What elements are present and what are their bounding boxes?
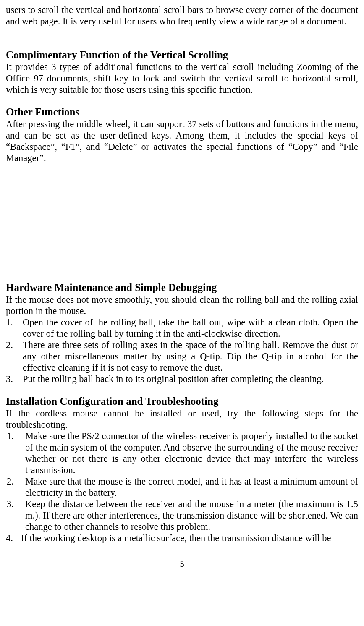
list-hardware-maintenance: 1. Open the cover of the rolling ball, t…	[6, 317, 358, 385]
list-item: 4. If the working desktop is a metallic …	[6, 532, 358, 544]
list-number: 2.	[6, 476, 25, 498]
list-content: Make sure the PS/2 connector of the wire…	[25, 430, 358, 476]
list-content: Make sure that the mouse is the correct …	[25, 476, 358, 498]
list-content: There are three sets of rolling axes in …	[23, 339, 358, 373]
heading-complimentary: Complimentary Function of the Vertical S…	[6, 49, 358, 61]
list-number: 2.	[6, 339, 23, 373]
list-number: 1.	[6, 430, 25, 476]
heading-hardware-maintenance: Hardware Maintenance and Simple Debuggin…	[6, 281, 358, 294]
heading-other-functions: Other Functions	[6, 106, 358, 118]
list-content: If the working desktop is a metallic sur…	[21, 532, 358, 544]
intro-paragraph: users to scroll the vertical and horizon…	[6, 4, 358, 27]
list-item: 3. Keep the distance between the receive…	[6, 498, 358, 532]
list-number: 3.	[6, 498, 25, 532]
list-number: 1.	[6, 317, 23, 339]
paragraph-installation-config: If the cordless mouse cannot be installe…	[6, 408, 358, 430]
list-number: 3.	[6, 373, 23, 385]
list-item: 1. Make sure the PS/2 connector of the w…	[6, 430, 358, 476]
paragraph-complimentary: It provides 3 types of additional functi…	[6, 61, 358, 95]
list-installation-config: 1. Make sure the PS/2 connector of the w…	[6, 430, 358, 532]
list-item: 2. Make sure that the mouse is the corre…	[6, 476, 358, 498]
list-item: 2. There are three sets of rolling axes …	[6, 339, 358, 373]
list-item: 3. Put the rolling ball back in to its o…	[6, 373, 358, 385]
heading-installation-config: Installation Configuration and Troublesh…	[6, 395, 358, 408]
list-item: 1. Open the cover of the rolling ball, t…	[6, 317, 358, 339]
list-number: 4.	[6, 532, 21, 544]
list-content: Open the cover of the rolling ball, take…	[23, 317, 358, 339]
paragraph-hardware-maintenance: If the mouse does not move smoothly, you…	[6, 294, 358, 317]
list-installation-config-4: 4. If the working desktop is a metallic …	[6, 532, 358, 544]
list-content: Keep the distance between the receiver a…	[25, 498, 358, 532]
page-number: 5	[6, 559, 358, 569]
list-content: Put the rolling ball back in to its orig…	[23, 373, 358, 385]
paragraph-other-functions: After pressing the middle wheel, it can …	[6, 118, 358, 164]
